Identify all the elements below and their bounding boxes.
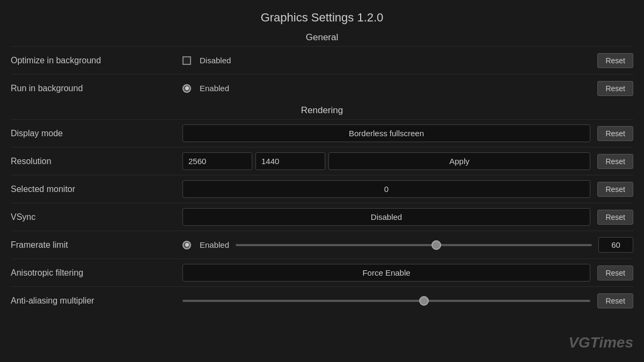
resolution-width-input[interactable] [182, 152, 252, 170]
selected-monitor-reset-button[interactable]: Reset [597, 182, 633, 197]
vsync-reset-container: Reset [590, 210, 633, 225]
framerate-slider-track [236, 244, 592, 246]
framerate-slider-thumb[interactable] [431, 240, 441, 250]
optimize-background-reset-container: Reset [590, 53, 633, 68]
framerate-limit-control: Enabled [182, 237, 633, 253]
anti-aliasing-label: Anti-aliasing multiplier [11, 296, 182, 306]
selected-monitor-row: Selected monitor 0 Reset [11, 175, 633, 203]
framerate-limit-row: Framerate limit Enabled [11, 231, 633, 258]
display-mode-row: Display mode Borderless fullscreen Reset [11, 119, 633, 147]
resolution-control: Apply [182, 152, 590, 170]
framerate-row-group: Enabled [182, 237, 633, 253]
optimize-background-checkbox[interactable] [182, 56, 191, 65]
resolution-label: Resolution [11, 157, 182, 166]
aa-slider-track [182, 300, 590, 302]
optimize-background-reset-button[interactable]: Reset [597, 53, 633, 68]
vsync-label: VSync [11, 212, 182, 222]
framerate-radio-group[interactable]: Enabled [182, 240, 229, 249]
resolution-apply-button[interactable]: Apply [328, 152, 590, 170]
optimize-background-value: Disabled [200, 56, 231, 65]
optimize-background-label: Optimize in background [11, 56, 182, 65]
vsync-control: Disabled [182, 208, 590, 226]
selected-monitor-label: Selected monitor [11, 184, 182, 194]
anisotropic-reset-button[interactable]: Reset [597, 265, 633, 280]
optimize-background-control: Disabled [182, 56, 590, 65]
aa-slider-thumb[interactable] [419, 296, 429, 306]
aa-slider-group [182, 300, 590, 302]
anti-aliasing-reset-container: Reset [590, 293, 633, 308]
vsync-reset-button[interactable]: Reset [597, 210, 633, 225]
anisotropic-row: Anisotropic filtering Force Enable Reset [11, 258, 633, 286]
display-mode-control: Borderless fullscreen [182, 124, 590, 142]
resolution-row: Resolution Apply Reset [11, 147, 633, 175]
display-mode-dropdown[interactable]: Borderless fullscreen [182, 124, 590, 142]
anti-aliasing-reset-button[interactable]: Reset [597, 293, 633, 308]
vsync-dropdown[interactable]: Disabled [182, 208, 590, 226]
anisotropic-dropdown[interactable]: Force Enable [182, 264, 590, 282]
display-mode-reset-container: Reset [590, 126, 633, 141]
framerate-limit-label: Framerate limit [11, 240, 182, 250]
run-background-label: Run in background [11, 84, 182, 93]
framerate-enabled-label: Enabled [200, 240, 229, 249]
selected-monitor-control: 0 [182, 180, 590, 198]
framerate-slider-container [236, 244, 592, 246]
general-section-header: General [11, 29, 633, 46]
run-background-value: Enabled [200, 84, 229, 93]
framerate-radio[interactable] [182, 241, 191, 249]
run-background-radio[interactable] [182, 84, 191, 93]
display-mode-label: Display mode [11, 129, 182, 138]
run-background-row: Run in background Enabled Reset [11, 74, 633, 102]
optimize-background-toggle[interactable]: Disabled [182, 56, 231, 65]
anti-aliasing-row: Anti-aliasing multiplier Reset [11, 286, 633, 314]
anisotropic-reset-container: Reset [590, 265, 633, 280]
rendering-section-header: Rendering [11, 102, 633, 119]
run-background-reset-container: Reset [590, 81, 633, 96]
resolution-height-input[interactable] [255, 152, 325, 170]
page-title: Graphics Settings 1.2.0 [11, 5, 633, 29]
anisotropic-control: Force Enable [182, 264, 590, 282]
resolution-reset-container: Reset [590, 154, 633, 169]
selected-monitor-value: 0 [182, 180, 590, 198]
run-background-reset-button[interactable]: Reset [597, 81, 633, 96]
run-background-control: Enabled [182, 84, 590, 93]
optimize-background-row: Optimize in background Disabled Reset [11, 46, 633, 74]
display-mode-reset-button[interactable]: Reset [597, 126, 633, 141]
anisotropic-label: Anisotropic filtering [11, 268, 182, 278]
settings-container: Graphics Settings 1.2.0 General Optimize… [0, 0, 644, 362]
selected-monitor-reset-container: Reset [590, 182, 633, 197]
framerate-value-input[interactable] [598, 237, 633, 253]
resolution-inputs-group: Apply [182, 152, 590, 170]
run-background-toggle[interactable]: Enabled [182, 84, 229, 93]
anti-aliasing-control [182, 300, 590, 302]
vsync-row: VSync Disabled Reset [11, 203, 633, 231]
resolution-reset-button[interactable]: Reset [597, 154, 633, 169]
